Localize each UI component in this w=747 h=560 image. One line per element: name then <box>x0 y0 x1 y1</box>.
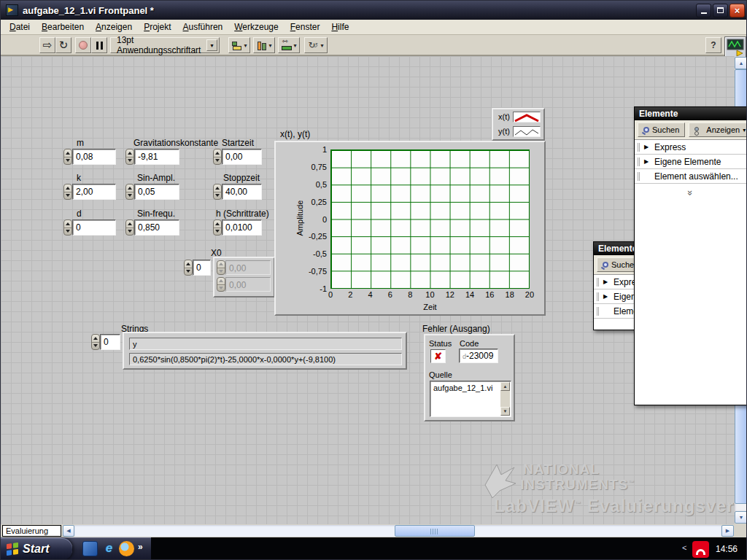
error-code-field[interactable]: d-23009 <box>459 349 498 363</box>
scroll-right-button[interactable]: ▶ <box>721 525 734 537</box>
internet-explorer-icon[interactable]: e <box>101 541 117 556</box>
increment-decrement-startzeit[interactable] <box>213 149 222 165</box>
x-tick-label: 18 <box>501 290 519 299</box>
increment-decrement-d[interactable] <box>63 219 72 236</box>
start-button[interactable]: Start <box>1 538 72 560</box>
numeric-field-sinampl[interactable]: 0,05 <box>134 184 179 200</box>
palette-row-express[interactable]: ▶Express <box>635 140 747 155</box>
numeric-field-startzeit[interactable]: 0,00 <box>222 149 262 165</box>
vi-window-icon <box>6 4 18 16</box>
increment-decrement-schrittrate[interactable] <box>213 219 222 236</box>
increment-decrement-grav[interactable] <box>125 149 134 165</box>
show-options-button[interactable]: Anzeigen▾ <box>689 122 747 137</box>
menu-item[interactable]: Hilfe <box>325 20 355 34</box>
tray-collapse-chevron[interactable]: < <box>682 543 686 552</box>
scroll-left-button[interactable]: ◀ <box>63 525 74 537</box>
font-selector-caret[interactable]: ▾ <box>206 39 217 51</box>
expand-arrow-icon: ▶ <box>603 279 614 285</box>
view-options-icon <box>694 126 703 134</box>
context-help-button[interactable]: ? <box>705 37 721 53</box>
strings-element-0[interactable]: y <box>129 338 402 350</box>
quick-launch-app-icon[interactable] <box>82 541 98 556</box>
increment-decrement-sinampl[interactable] <box>125 184 134 200</box>
numeric-field-sinfreq[interactable]: 0,850 <box>134 219 179 236</box>
align-objects-icon <box>231 41 241 50</box>
restore-icon <box>717 7 724 13</box>
strings-index-field[interactable]: 0 <box>100 334 120 350</box>
restore-button[interactable] <box>713 4 728 18</box>
numeric-field-d[interactable]: 0 <box>72 219 116 236</box>
abort-button[interactable] <box>75 37 91 53</box>
error-cluster: Status ✘ Code d-23009 Quelle aufgabe_12_… <box>424 334 515 421</box>
scroll-up-button[interactable]: ▲ <box>735 57 747 69</box>
numeric-field-schrittrate[interactable]: 0,0100 <box>222 219 262 236</box>
menu-item[interactable]: Anzeigen <box>90 20 138 34</box>
palette-row-element-auswaehlen[interactable]: Element auswählen... <box>635 169 747 184</box>
resize-objects-icon <box>281 41 291 50</box>
numeric-field-m[interactable]: 0,08 <box>72 149 116 165</box>
legend-row-y[interactable]: y(t) <box>493 124 543 139</box>
menu-item[interactable]: Datei <box>4 20 36 34</box>
align-objects-dropdown[interactable]: ▾ <box>228 37 250 53</box>
strings-element-1[interactable]: 0,6250*sin(0,8500*pi(2)*t)-25,0000*x-0,0… <box>129 353 402 365</box>
increment-decrement-stoppzeit[interactable] <box>213 184 222 200</box>
menubar: DateiBearbeitenAnzeigenProjektAusführenW… <box>1 20 747 35</box>
waveform-chart[interactable]: Amplitude 10,750,50,250-0,25-0,5-0,75-1 … <box>274 141 546 316</box>
menu-item[interactable]: Werkzeuge <box>228 20 284 34</box>
font-selector[interactable]: 13pt Anwendungsschriftart ▾ <box>110 37 220 53</box>
error-x-icon: ✘ <box>434 351 442 362</box>
run-continuously-button[interactable]: ↻ <box>55 37 71 53</box>
numeric-field-k[interactable]: 2,00 <box>72 184 116 200</box>
increment-decrement-sinfreq[interactable] <box>125 219 134 236</box>
watermark-labview: LabVIEW™ Evaluierungsversion <box>494 496 735 516</box>
x0-element-1-spinner <box>217 277 225 292</box>
x0-index-field[interactable]: 0 <box>193 260 211 276</box>
menu-item[interactable]: Fenster <box>285 20 326 34</box>
increment-decrement-k[interactable] <box>63 184 72 200</box>
resize-objects-dropdown[interactable]: ▾ <box>278 37 300 53</box>
firefox-icon[interactable] <box>119 541 134 556</box>
close-button[interactable]: × <box>729 4 745 18</box>
menu-item[interactable]: Projekt <box>138 20 177 34</box>
taskbar-clock: 14:56 <box>716 544 738 554</box>
scroll-up-icon[interactable]: ▲ <box>500 382 510 391</box>
vi-icon[interactable] <box>724 36 746 58</box>
pause-icon <box>96 42 103 50</box>
avira-tray-icon[interactable] <box>692 541 709 558</box>
strings-index-spinner[interactable] <box>91 334 100 350</box>
pause-button[interactable] <box>91 37 107 53</box>
run-button[interactable]: ⇨ <box>39 37 55 53</box>
y-tick-label: -0,5 <box>295 249 327 259</box>
error-source-field[interactable]: aufgabe_12_1.vi ▲ ▼ <box>430 381 511 417</box>
palette-expand-chevron[interactable]: » <box>635 184 747 199</box>
reorder-icon <box>308 41 318 50</box>
source-field-scrollbar[interactable]: ▲ ▼ <box>500 382 510 416</box>
scroll-down-icon[interactable]: ▼ <box>500 407 510 416</box>
error-status-label: Status <box>429 339 452 348</box>
chart-plot-area[interactable] <box>330 149 530 289</box>
distribute-objects-dropdown[interactable]: ▾ <box>253 37 275 53</box>
numeric-field-grav[interactable]: -9,81 <box>134 149 179 165</box>
numeric-field-stoppzeit[interactable]: 40,00 <box>222 184 262 200</box>
palette-row-eigene-elemente[interactable]: ▶Eigene Elemente <box>635 155 747 169</box>
quick-launch-overflow-chevron[interactable]: » <box>138 542 143 552</box>
error-status-indicator[interactable]: ✘ <box>430 349 446 363</box>
menu-item[interactable]: Bearbeiten <box>36 20 90 34</box>
scroll-down-button[interactable]: ▼ <box>735 511 747 524</box>
palette-row-label: Express <box>654 142 686 152</box>
menu-item[interactable]: Ausführen <box>177 20 229 34</box>
x0-index-spinner[interactable] <box>184 260 193 276</box>
palette-title[interactable]: Elemente <box>635 107 747 120</box>
error-cluster-label: Fehler (Ausgang) <box>422 324 490 334</box>
control-label-k: k <box>77 173 81 183</box>
legend-row-x[interactable]: x(t) <box>493 109 543 124</box>
search-button[interactable]: Suchen <box>638 122 685 137</box>
minimize-button[interactable] <box>696 4 711 18</box>
search-icon <box>603 262 608 268</box>
horizontal-scrollbar-thumb[interactable] <box>395 525 475 537</box>
increment-decrement-m[interactable] <box>63 149 72 165</box>
reorder-dropdown[interactable]: ▾ <box>304 37 328 53</box>
y-tick-label: 0,5 <box>295 179 327 190</box>
caret-icon: ▾ <box>320 42 323 49</box>
control-label-gravitationskonstante: Gravitationskonstante <box>133 138 218 148</box>
